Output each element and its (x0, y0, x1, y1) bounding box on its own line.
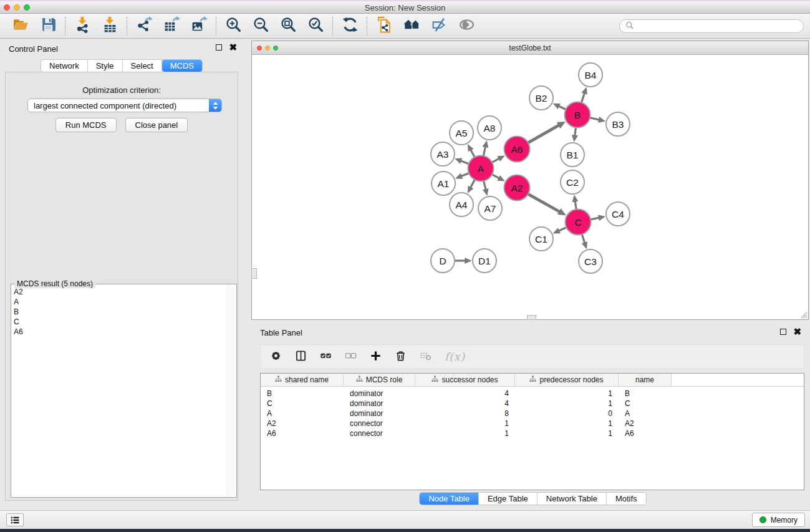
table-cell[interactable]: A6 (261, 429, 344, 438)
network-graph[interactable]: B4B2BB3A8A5A6A3B1AC2A1A2A4A7C4CC1DD1C3 (252, 55, 808, 319)
column-header-successor-nodes[interactable]: successor nodes (415, 374, 515, 386)
table-row[interactable]: Bdominator41B (261, 389, 804, 399)
export-table-button[interactable] (162, 17, 181, 36)
table-cell[interactable]: C (619, 399, 672, 408)
close-panel-icon[interactable]: ✖ (229, 44, 237, 51)
table-cell[interactable]: A2 (261, 419, 344, 428)
table-cell[interactable]: 0 (515, 409, 619, 418)
table-cell[interactable]: dominator (344, 399, 415, 408)
table-header-row: shared nameMCDS rolesuccessor nodesprede… (261, 374, 804, 387)
home-button[interactable] (402, 17, 421, 36)
panel-divider-grip-bottom[interactable] (527, 315, 536, 320)
run-mcds-button[interactable]: Run MCDS (55, 118, 117, 132)
search-input[interactable] (637, 21, 798, 31)
network-snapshot-button[interactable] (375, 17, 393, 36)
table-cell[interactable]: connector (344, 419, 415, 428)
select-all-button[interactable] (320, 350, 332, 364)
tab-network[interactable]: Network (41, 60, 88, 72)
hide-labels-button[interactable] (430, 17, 448, 36)
zoom-out-button[interactable] (251, 17, 270, 36)
tab-style[interactable]: Style (88, 60, 123, 72)
float-panel-icon[interactable] (216, 44, 222, 51)
column-header-shared-name[interactable]: shared name (261, 374, 344, 386)
table-row[interactable]: A6connector11A6 (261, 428, 804, 438)
search-box[interactable] (619, 19, 804, 33)
table-cell[interactable]: A (261, 409, 344, 418)
graph-edge-A2-C[interactable] (527, 193, 559, 211)
table-cell[interactable]: A2 (619, 419, 672, 428)
zoom-selected-button[interactable] (306, 17, 325, 36)
result-item[interactable]: A6 (14, 327, 225, 337)
graph-node-label: A (478, 163, 485, 174)
tab-edge-table[interactable]: Edge Table (479, 493, 538, 505)
network-window-title: testGlobe.txt (252, 44, 808, 52)
panel-divider-grip-left[interactable] (251, 268, 257, 279)
tab-motifs[interactable]: Motifs (607, 493, 646, 505)
table-cell[interactable]: dominator (344, 389, 415, 398)
table-cell[interactable]: B (261, 389, 344, 398)
table-cell[interactable]: A (619, 409, 672, 418)
result-item[interactable]: A (14, 297, 225, 307)
graphics-details-button[interactable] (457, 17, 476, 36)
export-image-button[interactable] (190, 17, 208, 36)
memory-button[interactable]: Memory (752, 513, 805, 527)
table-cell[interactable]: connector (344, 429, 415, 438)
zoom-in-icon (225, 16, 242, 36)
table-cell[interactable]: 4 (415, 389, 515, 398)
table-cell[interactable]: dominator (344, 409, 415, 418)
column-header-MCDS-role[interactable]: MCDS role (344, 374, 415, 386)
result-scrollbar[interactable] (227, 285, 236, 496)
export-network-button[interactable] (135, 17, 153, 36)
export-table-icon (163, 16, 180, 36)
result-item[interactable]: C (14, 317, 225, 327)
status-list-button[interactable] (6, 513, 24, 526)
column-header-name[interactable]: name (619, 374, 672, 386)
window-resize-grip[interactable] (799, 311, 808, 319)
table-cell[interactable]: 1 (515, 389, 619, 398)
delete-columns-button[interactable] (395, 350, 407, 364)
refresh-button[interactable] (340, 17, 359, 36)
attribute-type-icon (529, 375, 536, 384)
table-cell[interactable]: B (619, 389, 672, 398)
close-panel-button[interactable]: Close panel (125, 118, 188, 132)
float-panel-icon[interactable] (780, 329, 786, 335)
tab-select[interactable]: Select (123, 60, 162, 72)
table-cell[interactable]: 4 (415, 399, 515, 408)
table-cell[interactable]: 1 (515, 429, 619, 438)
status-bar: Memory (0, 510, 810, 529)
table-cell[interactable]: 1 (415, 429, 515, 438)
zoom-fit-button[interactable] (279, 17, 297, 36)
close-panel-icon[interactable]: ✖ (793, 329, 801, 335)
table-cell[interactable]: 8 (415, 409, 515, 418)
save-session-button[interactable] (39, 17, 57, 36)
network-canvas[interactable]: B4B2BB3A8A5A6A3B1AC2A1A2A4A7C4CC1DD1C3 (252, 55, 808, 319)
table-settings-button[interactable] (270, 350, 282, 364)
add-column-button[interactable] (370, 350, 382, 364)
table-row[interactable]: Cdominator41C (261, 399, 804, 409)
import-table-button[interactable] (100, 17, 119, 36)
table-cell[interactable]: 1 (515, 419, 619, 428)
tab-mcds[interactable]: MCDS (162, 60, 202, 72)
network-window: testGlobe.txt B4B2BB3A8A5A6A3B1AC2A1A2A4… (251, 41, 809, 320)
result-item[interactable]: B (14, 307, 225, 317)
table-row[interactable]: A2connector11A2 (261, 418, 804, 428)
split-view-button[interactable] (295, 350, 307, 364)
graph-edge-A6-B[interactable] (527, 125, 559, 143)
table-cell[interactable]: C (261, 399, 344, 408)
tab-node-table[interactable]: Node Table (420, 493, 479, 505)
table-cell[interactable]: 1 (515, 399, 619, 408)
column-header-predecessor-nodes[interactable]: predecessor nodes (515, 374, 619, 386)
mcds-panel: Optimization criterion: largest connecte… (5, 72, 238, 501)
network-window-titlebar[interactable]: testGlobe.txt (252, 41, 808, 55)
import-network-button[interactable] (73, 17, 92, 36)
tab-network-table[interactable]: Network Table (538, 493, 607, 505)
zoom-in-button[interactable] (224, 17, 243, 36)
table-cell[interactable]: A6 (619, 429, 672, 438)
open-file-button[interactable] (11, 17, 30, 36)
home-icon (403, 16, 420, 36)
table-row[interactable]: Adominator80A (261, 409, 804, 418)
table-cell[interactable]: 1 (415, 419, 515, 428)
deselect-all-button[interactable] (345, 350, 357, 364)
result-item[interactable]: A2 (14, 287, 225, 297)
criterion-select[interactable]: largest connected component (directed) (27, 99, 222, 112)
